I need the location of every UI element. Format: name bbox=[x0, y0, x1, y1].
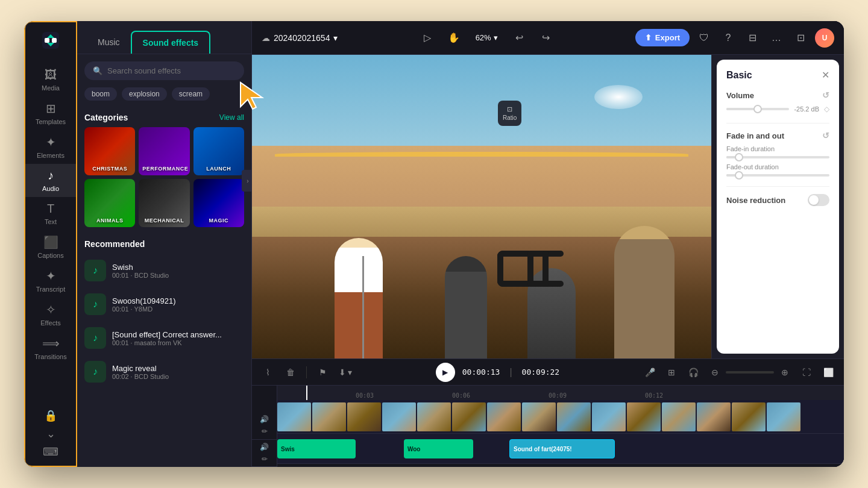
volume-slider-row: -25.2 dB ◇ bbox=[726, 105, 829, 113]
sidebar-item-elements[interactable]: ✦ Elements bbox=[25, 130, 76, 164]
volume-value: -25.2 dB bbox=[794, 105, 819, 113]
category-launch[interactable]: LAUNCH bbox=[193, 127, 244, 175]
timeline: ⌇ 🗑 ⚑ ⬇ ▾ ▶ 00:00:13 | 00:09:22 🎤 ⊞ 🎧 ⊖ bbox=[252, 358, 844, 467]
undo-btn[interactable]: ↩ bbox=[510, 28, 529, 48]
sound-item-correct[interactable]: ♪ [Sound effect] Correct answer... 00:01… bbox=[77, 321, 251, 355]
sound-search-bar: 🔍 bbox=[84, 61, 244, 80]
project-name[interactable]: ☁ 202402021654 ▾ bbox=[262, 33, 338, 43]
zoom-control[interactable]: 62% ▾ bbox=[471, 31, 503, 45]
mic-btn[interactable]: 🎤 bbox=[641, 364, 658, 381]
fade-in-slider[interactable] bbox=[726, 156, 829, 158]
keyboard-icon[interactable]: ⌨ bbox=[43, 445, 58, 458]
play-tool-btn[interactable]: ▷ bbox=[418, 28, 437, 48]
video-area: ⊡ Ratio bbox=[252, 55, 844, 358]
current-time: 00:00:13 bbox=[462, 368, 500, 377]
ratio-icon: ⊡ bbox=[507, 105, 512, 113]
media-icon: 🖼 bbox=[45, 68, 57, 82]
lock-icon[interactable]: 🔒 bbox=[44, 409, 57, 422]
audio-clip-fart[interactable]: Sound of fart(24075! bbox=[509, 439, 615, 458]
volume-icon: 🔊 bbox=[260, 415, 269, 424]
fade-in-label: Fade-in duration bbox=[726, 145, 829, 152]
expand-icon[interactable]: ⌄ bbox=[46, 427, 55, 440]
sidebar-item-templates[interactable]: ⊞ Templates bbox=[25, 96, 76, 130]
sound-item-swoosh[interactable]: ♪ Swoosh(1094921) 00:01 · Y8MD bbox=[77, 287, 251, 321]
sidebar-item-media[interactable]: 🖼 Media bbox=[25, 63, 76, 96]
zoom-out-btn[interactable]: ⊖ bbox=[706, 364, 723, 381]
sound-thumb-swoosh: ♪ bbox=[84, 293, 106, 315]
volume-keyframe[interactable]: ◇ bbox=[824, 105, 829, 113]
avatar[interactable]: U bbox=[815, 28, 834, 48]
film-frame-14 bbox=[732, 402, 766, 431]
headphones-btn[interactable]: 🎧 bbox=[685, 364, 702, 381]
tag-boom[interactable]: boom bbox=[84, 87, 117, 101]
audio-icon: ♪ bbox=[48, 169, 54, 183]
audio-track: Swis Woo Sound of fart(24075! bbox=[277, 434, 844, 464]
zoom-track[interactable] bbox=[726, 371, 774, 374]
category-mechanical[interactable]: MECHANICAL bbox=[139, 179, 189, 227]
tag-scream[interactable]: scream bbox=[172, 87, 210, 101]
film-frame-4 bbox=[382, 402, 416, 431]
split-tool[interactable]: ⌇ bbox=[259, 364, 276, 381]
zoom-in-btn[interactable]: ⊕ bbox=[776, 364, 793, 381]
noise-section: Noise reduction bbox=[726, 194, 829, 206]
templates-icon: ⊞ bbox=[46, 101, 56, 116]
ratio-button[interactable]: ⊡ Ratio bbox=[498, 101, 521, 126]
timeline-right-tools: 🎤 ⊞ 🎧 ⊖ ⊕ ⛶ ⬜ bbox=[641, 364, 837, 381]
sidebar-item-transitions[interactable]: ⟹ Transitions bbox=[25, 331, 76, 365]
film-frame-5 bbox=[417, 402, 451, 431]
sound-item-magic[interactable]: ♪ Magic reveal 00:02 · BCD Studio bbox=[77, 355, 251, 389]
playhead[interactable] bbox=[306, 386, 307, 400]
audio-clip-woo[interactable]: Woo bbox=[404, 439, 473, 458]
fullscreen-btn[interactable]: ⛶ bbox=[798, 364, 815, 381]
sidebar-item-audio[interactable]: ♪ Audio bbox=[25, 164, 76, 197]
left-sidebar: 🖼 Media ⊞ Templates ✦ Elements ♪ Audio T… bbox=[24, 21, 77, 467]
flag-tool[interactable]: ⚑ bbox=[314, 364, 331, 381]
category-christmas[interactable]: CHRISTMAS bbox=[84, 127, 135, 175]
download-tool[interactable]: ⬇ ▾ bbox=[337, 364, 354, 381]
close-button[interactable]: ✕ bbox=[822, 69, 829, 81]
more-btn[interactable]: … bbox=[767, 28, 786, 48]
category-animals[interactable]: ANIMALS bbox=[84, 179, 135, 227]
categories-grid: CHRISTMAS PERFORMANCE LAUNCH ANIMALS bbox=[77, 127, 251, 234]
film-frame-15 bbox=[767, 402, 800, 431]
sound-item-swish[interactable]: ♪ Swish 00:01 · BCD Studio bbox=[77, 254, 251, 287]
recommended-header: Recommended bbox=[77, 234, 251, 254]
search-input[interactable] bbox=[107, 66, 236, 75]
volume-reset[interactable]: ↺ bbox=[822, 90, 829, 100]
ruler-mark-6: 00:06 bbox=[452, 392, 470, 399]
delete-tool[interactable]: 🗑 bbox=[282, 364, 299, 381]
layout-btn[interactable]: ⊡ bbox=[791, 28, 810, 48]
shield-btn[interactable]: 🛡 bbox=[694, 28, 714, 48]
tag-explosion[interactable]: explosion bbox=[122, 87, 167, 101]
audio-clip-swish[interactable]: Swis bbox=[277, 439, 356, 458]
transcript-icon: ✦ bbox=[46, 269, 56, 283]
tab-sound-effects[interactable]: Sound effects bbox=[131, 31, 211, 54]
redo-btn[interactable]: ↪ bbox=[536, 28, 556, 48]
fade-reset[interactable]: ↺ bbox=[822, 131, 829, 140]
toolbar-right: ⬆ Export 🛡 ? ⊟ … ⊡ U bbox=[635, 28, 834, 48]
zoom-slider: ⊖ ⊕ bbox=[706, 364, 793, 381]
sidebar-item-text[interactable]: T Text bbox=[25, 197, 76, 230]
help-btn[interactable]: ? bbox=[719, 28, 738, 48]
play-button[interactable]: ▶ bbox=[436, 363, 455, 382]
grid-btn[interactable]: ⊞ bbox=[663, 364, 680, 381]
sidebar-item-effects[interactable]: ✧ Effects bbox=[25, 298, 76, 331]
basic-panel: Basic ✕ Volume ↺ bbox=[717, 60, 839, 354]
tab-music[interactable]: Music bbox=[87, 31, 131, 54]
sidebar-item-captions[interactable]: ⬛ Captions bbox=[25, 230, 76, 264]
sidebar-item-transcript[interactable]: ✦ Transcript bbox=[25, 264, 76, 298]
fade-out-slider[interactable] bbox=[726, 174, 829, 177]
view-all-link[interactable]: View all bbox=[219, 113, 244, 122]
layers-btn[interactable]: ⊟ bbox=[743, 28, 762, 48]
caption-btn[interactable]: ⬜ bbox=[820, 364, 837, 381]
search-icon: 🔍 bbox=[93, 66, 102, 75]
export-button[interactable]: ⬆ Export bbox=[635, 29, 690, 46]
volume-icon-2: 🔊 bbox=[260, 443, 269, 451]
volume-slider-track[interactable] bbox=[726, 108, 789, 110]
hand-tool-btn[interactable]: ✋ bbox=[444, 28, 464, 48]
fade-out-slider-row bbox=[726, 174, 829, 177]
basic-panel-header: Basic ✕ bbox=[726, 69, 829, 81]
category-performance[interactable]: PERFORMANCE bbox=[139, 127, 189, 175]
category-magic[interactable]: MAGIC bbox=[193, 179, 244, 227]
noise-toggle-switch[interactable] bbox=[808, 194, 829, 206]
